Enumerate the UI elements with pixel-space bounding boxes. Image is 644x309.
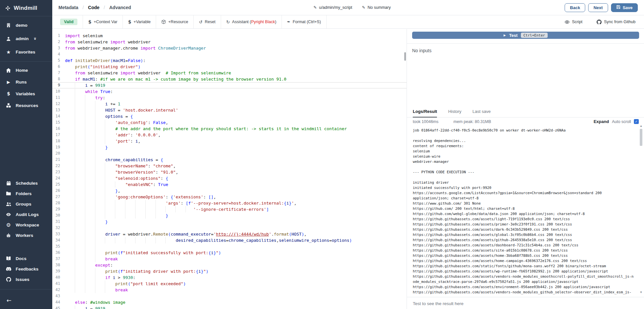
-button[interactable]: $+Context Var (83, 15, 122, 28)
code-line: 33 driver = webdriver.Remote(command_exe… (52, 231, 407, 237)
code-line: 3from webdriver_manager.chrome import Ch… (52, 45, 407, 51)
people-icon (6, 202, 11, 207)
shortcut-badge: Ctrl+Enter (521, 33, 548, 38)
line-number: 33 (52, 231, 60, 237)
sidebar-item-docs[interactable]: Docs (0, 253, 52, 264)
log-line (413, 164, 635, 170)
next-button[interactable]: Next (588, 3, 608, 12)
scroll-up-icon[interactable]: ▲ (639, 125, 643, 127)
sidebar-item-issues[interactable]: Issues (0, 274, 52, 285)
sidebar-item-resources[interactable]: Resources (0, 100, 52, 111)
tab-metadata[interactable]: Metadata (58, 5, 78, 10)
sidebar-item-feedbacks[interactable]: Feedbacks (0, 264, 52, 274)
log-line: https://github.githubassets.com/static/f… (413, 264, 635, 269)
collapse-sidebar-button[interactable]: ← (0, 294, 52, 304)
code-line: 20 (52, 150, 407, 157)
crown-icon: ♛ (34, 37, 37, 40)
test-button[interactable]: ▶ Test Ctrl+Enter (412, 32, 639, 39)
expand-button[interactable]: Expand (594, 119, 609, 124)
code-line: 2from seleniumwire import webdriver (52, 39, 407, 45)
code-line: 7 from seleniumwire import webdriver # I… (52, 70, 407, 76)
line-number: 41 (52, 281, 60, 287)
panel-tabs: Logs/ResultHistoryLast save (407, 106, 644, 117)
log-line: https://github.githubassets.com/assets/v… (413, 290, 635, 295)
log-line: https://github.githubassets.com/assets/e… (413, 285, 635, 290)
back-button[interactable]: Back (565, 3, 585, 12)
logs-output[interactable]: job 01864aff-22dd-cf40-f0c5-0ec8e9b50c70… (407, 126, 644, 297)
test-panel: ▶ Test Ctrl+Enter No inputs Logs/ResultH… (407, 29, 644, 309)
line-number: 45 (52, 305, 60, 309)
code-line: 1import selenium (52, 33, 407, 39)
line-number: 5 (52, 57, 60, 64)
assistant-button[interactable]: ↻Assistant (Pyright Black) (221, 15, 282, 28)
code-line: 31 } (52, 219, 407, 225)
line-number: 40 (52, 274, 60, 281)
sidebar-item-admin[interactable]: admin♛ (0, 32, 52, 45)
reset-button[interactable]: ↺Reset (193, 15, 221, 28)
sidebar-links-group: DocsFeedbacksIssues (0, 253, 52, 285)
log-line: initiating driver (413, 180, 635, 185)
sidebar-item-workspace[interactable]: ⚙Workspace (0, 220, 52, 230)
building-icon (6, 23, 11, 28)
code-line: 35 (52, 243, 407, 250)
logs-scrollbar-thumb[interactable] (640, 129, 642, 146)
calendar-icon (6, 181, 11, 186)
script-button[interactable]: Script (565, 20, 582, 24)
sidebar-item-variables[interactable]: $Variables (0, 88, 52, 100)
sidebar-item-audit-logs[interactable]: Audit Logs (0, 209, 52, 220)
app-title: Windmill (14, 5, 37, 11)
logs-scrollbar[interactable]: ▲ ▼ (639, 125, 643, 294)
sync-from-github-button[interactable]: Sync from Github (597, 20, 636, 24)
editor-scrollbar-thumb[interactable] (404, 52, 406, 61)
log-line: application/json; charset=utf-8 (413, 196, 635, 201)
sidebar-item-demo[interactable]: demo (0, 19, 52, 32)
panel-tab-last-save[interactable]: Last save (473, 106, 491, 117)
breadcrumb: Metadata/Code/Advanced (58, 5, 131, 10)
line-number: 12 (52, 101, 60, 107)
header-actions: Back Next Save (565, 3, 638, 12)
panel-tab-history[interactable]: History (448, 106, 461, 117)
sidebar-top-group: demoadmin♛★Favorites (0, 16, 52, 59)
assistant-icon: ↻ (226, 20, 230, 24)
windmill-logo[interactable]: Windmill (0, 0, 52, 16)
line-number: 35 (52, 243, 60, 250)
line-number: 36 (52, 250, 60, 256)
code-line: 6 print("initiating driver") (52, 64, 407, 70)
format-button[interactable]: ✒Format (Ctrl+S) (282, 15, 327, 28)
code-line: 21 chrome_capabilities = { (52, 157, 407, 163)
sidebar-item-runs[interactable]: ▶Runs (0, 76, 52, 88)
script-summary[interactable]: ✎ No summary (362, 5, 391, 10)
tab-advanced[interactable]: Advanced (109, 5, 131, 10)
code-line: 13 HOST = 'host.docker.internal' (52, 107, 407, 113)
save-icon (616, 5, 620, 10)
panel-tab-logs-result[interactable]: Logs/Result (413, 106, 437, 117)
sidebar-item-home[interactable]: Home (0, 64, 52, 76)
sidebar-item-favorites[interactable]: ★Favorites (0, 45, 52, 59)
sidebar-item-folders[interactable]: Folders (0, 188, 52, 199)
line-number: 24 (52, 175, 60, 181)
-button[interactable]: $+Variable (122, 15, 156, 28)
tab-code[interactable]: Code (88, 5, 100, 10)
run-duration: took 10046ms (413, 119, 439, 124)
save-button[interactable]: Save (611, 3, 638, 12)
sidebar-item-workers[interactable]: Workers (0, 230, 52, 240)
sidebar-item-schedules[interactable]: Schedules (0, 178, 52, 188)
line-number: 9 (52, 82, 60, 88)
-button[interactable]: +Resource (156, 15, 193, 28)
line-number: 28 (52, 200, 60, 206)
autoscroll-checkbox[interactable]: ✓ (634, 119, 639, 124)
github-icon (6, 277, 11, 282)
code-line: 28 'args': [f'--proxy-server=host.docker… (52, 200, 407, 206)
sidebar-item-groups[interactable]: Groups (0, 199, 52, 209)
code-editor[interactable]: 1import selenium2from seleniumwire impor… (52, 29, 407, 309)
script-meta: ✎ u/admin/my_script ✎ No summary (314, 5, 391, 10)
code-line: 23 "browserVersion": "91.0", (52, 169, 407, 175)
script-path[interactable]: ✎ u/admin/my_script (314, 5, 352, 10)
code-line: 25 "enableVNC": True (52, 181, 407, 188)
scroll-down-icon[interactable]: ▼ (639, 291, 643, 294)
code-line: 4 (52, 51, 407, 57)
line-number: 29 (52, 206, 60, 212)
log-line: https://github.githubassets.com/assets/s… (413, 248, 635, 253)
pencil-icon: ✎ (314, 5, 317, 10)
github-icon (597, 20, 602, 24)
